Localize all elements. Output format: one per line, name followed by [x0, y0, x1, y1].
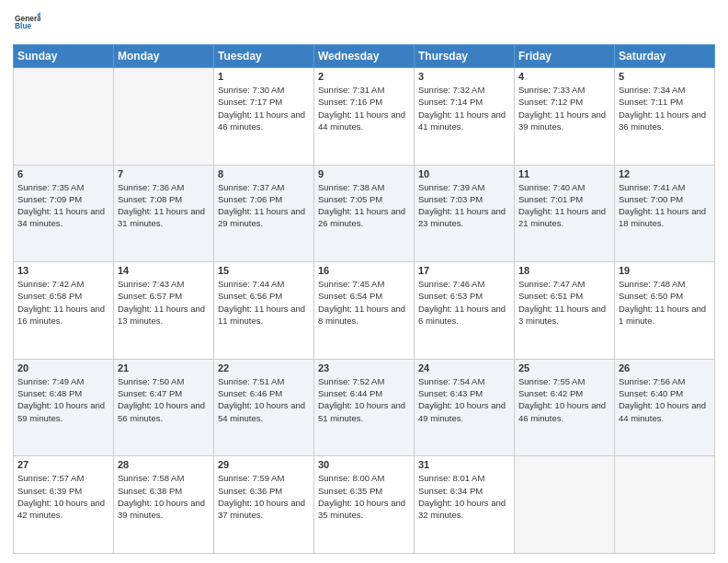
daylight-text: Daylight: 11 hours and 8 minutes. — [318, 304, 405, 326]
calendar-day-cell: 10Sunrise: 7:39 AMSunset: 7:03 PMDayligh… — [415, 165, 515, 262]
sunset-text: Sunset: 7:05 PM — [318, 194, 382, 204]
calendar-day-header: Tuesday — [214, 45, 314, 68]
calendar-day-cell: 24Sunrise: 7:54 AMSunset: 6:43 PMDayligh… — [415, 359, 515, 456]
calendar-day-cell: 14Sunrise: 7:43 AMSunset: 6:57 PMDayligh… — [114, 262, 214, 360]
calendar-day-cell: 13Sunrise: 7:42 AMSunset: 6:58 PMDayligh… — [14, 262, 114, 360]
sunrise-text: Sunrise: 7:49 AM — [17, 376, 84, 386]
calendar-day-header: Monday — [114, 45, 214, 68]
day-number: 31 — [418, 459, 510, 470]
day-info: Sunrise: 7:57 AMSunset: 6:39 PMDaylight:… — [17, 472, 109, 521]
sunrise-text: Sunrise: 7:43 AM — [118, 279, 184, 289]
calendar-day-header: Thursday — [415, 45, 515, 68]
calendar-header-row: SundayMondayTuesdayWednesdayThursdayFrid… — [14, 45, 715, 68]
calendar-day-cell: 16Sunrise: 7:45 AMSunset: 6:54 PMDayligh… — [314, 262, 415, 360]
day-number: 7 — [118, 168, 210, 179]
day-info: Sunrise: 7:51 AMSunset: 6:46 PMDaylight:… — [218, 375, 310, 424]
day-number: 6 — [17, 168, 109, 179]
sunset-text: Sunset: 7:11 PM — [619, 97, 683, 107]
calendar-day-cell: 23Sunrise: 7:52 AMSunset: 6:44 PMDayligh… — [314, 359, 415, 456]
sunrise-text: Sunrise: 7:41 AM — [619, 182, 685, 192]
sunrise-text: Sunrise: 7:59 AM — [218, 473, 284, 483]
sunset-text: Sunset: 7:14 PM — [418, 97, 483, 107]
sunset-text: Sunset: 6:35 PM — [318, 486, 382, 496]
day-number: 14 — [118, 265, 210, 276]
daylight-text: Daylight: 10 hours and 37 minutes. — [218, 498, 305, 520]
calendar-day-cell: 3Sunrise: 7:32 AMSunset: 7:14 PMDaylight… — [415, 68, 515, 166]
calendar-day-cell: 29Sunrise: 7:59 AMSunset: 6:36 PMDayligh… — [214, 456, 314, 554]
sunset-text: Sunset: 7:03 PM — [418, 194, 483, 204]
day-number: 2 — [318, 71, 410, 82]
sunrise-text: Sunrise: 8:01 AM — [418, 473, 484, 483]
daylight-text: Daylight: 10 hours and 44 minutes. — [619, 400, 706, 422]
day-info: Sunrise: 7:58 AMSunset: 6:38 PMDaylight:… — [118, 472, 210, 521]
day-info: Sunrise: 7:30 AMSunset: 7:17 PMDaylight:… — [218, 84, 310, 132]
day-number: 22 — [218, 362, 310, 373]
sunset-text: Sunset: 7:17 PM — [218, 97, 282, 107]
calendar-day-header: Sunday — [14, 45, 114, 68]
day-info: Sunrise: 7:41 AMSunset: 7:00 PMDaylight:… — [619, 181, 711, 230]
daylight-text: Daylight: 11 hours and 16 minutes. — [17, 304, 105, 326]
daylight-text: Daylight: 10 hours and 49 minutes. — [418, 400, 506, 422]
sunset-text: Sunset: 6:58 PM — [17, 291, 82, 301]
calendar-day-cell: 30Sunrise: 8:00 AMSunset: 6:35 PMDayligh… — [314, 456, 415, 554]
calendar-day-cell — [615, 456, 715, 554]
day-info: Sunrise: 7:55 AMSunset: 6:42 PMDaylight:… — [518, 375, 610, 424]
calendar-day-cell: 21Sunrise: 7:50 AMSunset: 6:47 PMDayligh… — [114, 359, 214, 456]
day-info: Sunrise: 7:43 AMSunset: 6:57 PMDaylight:… — [118, 278, 210, 327]
calendar-day-cell: 20Sunrise: 7:49 AMSunset: 6:48 PMDayligh… — [14, 359, 114, 456]
calendar-day-cell: 15Sunrise: 7:44 AMSunset: 6:56 PMDayligh… — [214, 262, 314, 360]
calendar-day-cell — [14, 68, 114, 166]
sunrise-text: Sunrise: 7:46 AM — [418, 279, 484, 289]
calendar-day-cell — [515, 456, 615, 554]
svg-text:Blue: Blue — [15, 21, 31, 30]
sunrise-text: Sunrise: 7:54 AM — [418, 376, 484, 386]
day-number: 10 — [418, 168, 510, 179]
sunrise-text: Sunrise: 7:51 AM — [218, 376, 284, 386]
day-number: 8 — [218, 168, 310, 179]
sunrise-text: Sunrise: 8:00 AM — [318, 473, 384, 483]
sunrise-text: Sunrise: 7:34 AM — [619, 85, 685, 95]
calendar-day-cell: 22Sunrise: 7:51 AMSunset: 6:46 PMDayligh… — [214, 359, 314, 456]
sunrise-text: Sunrise: 7:50 AM — [118, 376, 184, 386]
calendar-week-row: 20Sunrise: 7:49 AMSunset: 6:48 PMDayligh… — [14, 359, 715, 456]
calendar-day-header: Wednesday — [314, 45, 415, 68]
sunset-text: Sunset: 7:00 PM — [619, 194, 683, 204]
day-info: Sunrise: 7:40 AMSunset: 7:01 PMDaylight:… — [518, 181, 610, 230]
day-info: Sunrise: 7:33 AMSunset: 7:12 PMDaylight:… — [518, 84, 610, 132]
daylight-text: Daylight: 10 hours and 42 minutes. — [17, 498, 105, 520]
day-info: Sunrise: 7:47 AMSunset: 6:51 PMDaylight:… — [518, 278, 610, 327]
daylight-text: Daylight: 11 hours and 11 minutes. — [218, 304, 305, 326]
calendar-day-cell: 27Sunrise: 7:57 AMSunset: 6:39 PMDayligh… — [14, 456, 114, 554]
daylight-text: Daylight: 11 hours and 3 minutes. — [518, 304, 606, 326]
day-info: Sunrise: 8:00 AMSunset: 6:35 PMDaylight:… — [318, 472, 410, 521]
sunrise-text: Sunrise: 7:36 AM — [118, 182, 184, 192]
day-number: 27 — [17, 459, 109, 470]
day-info: Sunrise: 7:52 AMSunset: 6:44 PMDaylight:… — [318, 375, 410, 424]
daylight-text: Daylight: 11 hours and 29 minutes. — [218, 206, 305, 228]
day-info: Sunrise: 7:59 AMSunset: 6:36 PMDaylight:… — [218, 472, 310, 521]
sunrise-text: Sunrise: 7:37 AM — [218, 182, 284, 192]
day-info: Sunrise: 7:46 AMSunset: 6:53 PMDaylight:… — [418, 278, 510, 327]
daylight-text: Daylight: 11 hours and 41 minutes. — [418, 109, 506, 132]
daylight-text: Daylight: 10 hours and 59 minutes. — [17, 400, 105, 422]
daylight-text: Daylight: 10 hours and 32 minutes. — [418, 498, 506, 520]
sunset-text: Sunset: 7:16 PM — [318, 97, 382, 107]
daylight-text: Daylight: 11 hours and 39 minutes. — [518, 109, 606, 132]
daylight-text: Daylight: 11 hours and 23 minutes. — [418, 206, 506, 228]
day-number: 3 — [418, 71, 510, 82]
sunrise-text: Sunrise: 7:48 AM — [619, 279, 685, 289]
page: General Blue SundayMondayTuesdayWednesda… — [0, 0, 728, 563]
sunset-text: Sunset: 6:50 PM — [619, 291, 683, 301]
sunset-text: Sunset: 6:40 PM — [619, 388, 683, 398]
day-info: Sunrise: 7:48 AMSunset: 6:50 PMDaylight:… — [619, 278, 711, 327]
daylight-text: Daylight: 11 hours and 1 minute. — [619, 304, 706, 326]
calendar-day-cell: 19Sunrise: 7:48 AMSunset: 6:50 PMDayligh… — [615, 262, 715, 360]
sunrise-text: Sunrise: 7:56 AM — [619, 376, 685, 386]
day-info: Sunrise: 7:35 AMSunset: 7:09 PMDaylight:… — [17, 181, 109, 230]
day-number: 25 — [518, 362, 610, 373]
sunrise-text: Sunrise: 7:35 AM — [17, 182, 84, 192]
calendar-day-cell: 26Sunrise: 7:56 AMSunset: 6:40 PMDayligh… — [615, 359, 715, 456]
sunrise-text: Sunrise: 7:39 AM — [418, 182, 484, 192]
sunset-text: Sunset: 6:46 PM — [218, 388, 282, 398]
day-info: Sunrise: 7:31 AMSunset: 7:16 PMDaylight:… — [318, 84, 410, 132]
